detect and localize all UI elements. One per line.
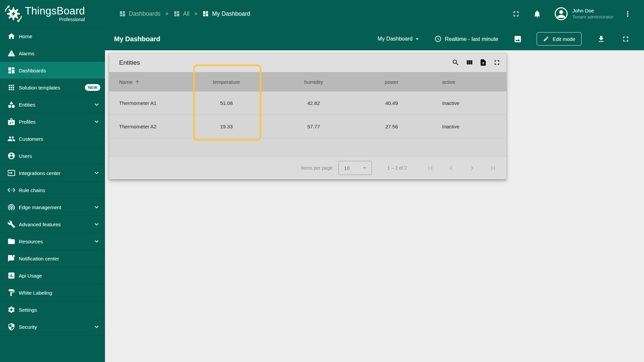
sidebar-item-profiles[interactable]: Profiles — [0, 113, 105, 130]
format-paint-icon — [7, 289, 15, 297]
sidebar-item-users[interactable]: Users — [0, 147, 105, 164]
sidebar-item-resources[interactable]: Resources — [0, 233, 105, 250]
dashboard-icon — [7, 66, 15, 74]
sidebar-item-white-labeling[interactable]: White Labeling — [0, 284, 105, 301]
page-range-label: 1 – 2 of 2 — [387, 165, 407, 171]
expand-button[interactable] — [622, 35, 630, 43]
timewindow-button[interactable]: Realtime - last minute — [434, 35, 498, 43]
search-icon — [452, 59, 460, 66]
chevron-down-icon — [93, 323, 100, 330]
sidebar-item-solution-templates[interactable]: Solution templatesNEW — [0, 79, 105, 96]
breadcrumb-label: All — [183, 10, 190, 17]
breadcrumb-item-my-dashboard[interactable]: My Dashboard — [202, 10, 250, 17]
widget-title: Entities — [119, 59, 140, 66]
table-row[interactable]: Thermometer A1 51.08 42.82 40.49 Inactiv… — [109, 92, 506, 115]
sidebar-item-customers[interactable]: Customers — [0, 130, 105, 147]
sidebar-item-label: Resources — [19, 239, 93, 244]
header-actions: John Doe Tenant administrator — [512, 7, 632, 21]
sidebar-item-security[interactable]: Security — [0, 318, 105, 335]
sidebar-item-api-usage[interactable]: Api Usage — [0, 267, 105, 284]
sidebar-item-advanced-features[interactable]: Advanced features — [0, 216, 105, 233]
sidebar-item-rule-chains[interactable]: Rule chains — [0, 181, 105, 198]
chevron-down-icon — [93, 238, 100, 245]
user-avatar[interactable] — [554, 7, 568, 21]
column-header-humidity[interactable]: humidity — [265, 79, 362, 85]
bell-icon — [533, 10, 541, 18]
sidebar-item-dashboards[interactable]: Dashboards — [0, 62, 105, 79]
sidebar-item-alarms[interactable]: Alarms — [0, 45, 105, 62]
sidebar-item-label: Notification center — [19, 256, 100, 261]
group-icon — [7, 135, 15, 143]
notifications-button[interactable] — [533, 10, 541, 18]
sidebar-item-home[interactable]: Home — [0, 27, 105, 45]
dashboard-image-button[interactable] — [514, 35, 522, 43]
brand-edition: Professional — [59, 17, 85, 22]
column-header-temperature[interactable]: temperature — [188, 79, 265, 85]
sidebar-nav: HomeAlarmsDashboardsSolution templatesNE… — [0, 27, 105, 335]
input-icon — [7, 169, 15, 177]
table-header-row: Name temperature humidity power active — [109, 72, 506, 92]
chevron-down-icon — [93, 101, 100, 108]
user-info[interactable]: John Doe Tenant administrator — [573, 7, 613, 20]
widget-columns-button[interactable] — [466, 59, 473, 66]
sidebar-item-label: Dashboards — [19, 68, 100, 73]
sidebar-item-label: Integrations center — [19, 170, 93, 176]
column-header-name[interactable]: Name — [109, 79, 188, 85]
sidebar-item-entities[interactable]: Entities — [0, 96, 105, 113]
widget-search-button[interactable] — [452, 59, 460, 66]
breadcrumb-item-dashboards[interactable]: Dashboards — [119, 10, 160, 17]
widget-export-button[interactable] — [479, 59, 487, 66]
dashboard-content: Entities Name temperature humidity power… — [105, 50, 644, 362]
fullscreen-icon — [493, 59, 501, 66]
sidebar-item-label: Entities — [19, 102, 93, 108]
pager-chevron-left-button[interactable] — [447, 164, 455, 172]
chevron-down-icon — [93, 169, 100, 177]
file-export-icon — [479, 59, 487, 66]
column-header-active[interactable]: active — [421, 79, 506, 85]
sidebar-item-label: Settings — [19, 307, 100, 313]
download-icon — [597, 35, 605, 43]
wifi-tethering-icon — [7, 203, 15, 211]
chat-unread-icon — [7, 254, 15, 262]
settings-icon — [7, 306, 15, 314]
sidebar-item-settings[interactable]: Settings — [0, 301, 105, 318]
sidebar-item-label: Customers — [19, 136, 100, 142]
sidebar-item-label: Rule chains — [19, 187, 100, 193]
items-per-page-select[interactable]: 10 — [338, 161, 372, 175]
sidebar-item-label: Profiles — [19, 119, 93, 125]
column-header-power[interactable]: power — [362, 79, 421, 85]
sidebar-item-label: White Labeling — [19, 290, 100, 296]
pager-first-page-button[interactable] — [426, 164, 435, 172]
breadcrumb-label: My Dashboard — [212, 10, 250, 17]
cell-name: Thermometer A2 — [109, 124, 188, 129]
chevron-down-icon — [93, 118, 100, 125]
dashboard-select[interactable]: My Dashboard — [378, 35, 421, 43]
pager-chevron-right-button[interactable] — [468, 164, 476, 172]
download-button[interactable] — [597, 35, 605, 43]
cell-active: Inactive — [421, 124, 506, 129]
cell-humidity: 57.77 — [265, 124, 362, 129]
assessment-icon — [7, 272, 15, 280]
more-menu-button[interactable] — [624, 10, 632, 18]
edit-mode-button[interactable]: Edit mode — [537, 32, 582, 46]
more-vert-icon — [624, 10, 632, 18]
brand-text: ThingsBoard Professional — [25, 6, 85, 22]
pager-last-page-button[interactable] — [489, 164, 497, 172]
widget-fullscreen-button[interactable] — [493, 59, 501, 66]
sidebar-item-edge-management[interactable]: Edge management — [0, 198, 105, 216]
brand-logo[interactable]: ThingsBoard Professional — [0, 0, 105, 27]
account-circle-icon — [7, 152, 15, 160]
widget-header: Entities — [109, 53, 506, 72]
breadcrumb-label: Dashboards — [129, 10, 160, 17]
sidebar-item-notification-center[interactable]: Notification center — [0, 250, 105, 267]
cell-active: Inactive — [421, 100, 506, 106]
sidebar-item-integrations-center[interactable]: Integrations center — [0, 164, 105, 181]
dashboard-icon — [119, 10, 126, 17]
chevron-left-icon — [447, 164, 455, 172]
breadcrumb-item-all[interactable]: All — [173, 10, 190, 17]
fullscreen-button[interactable] — [512, 10, 520, 18]
cell-temperature: 19.33 — [188, 124, 265, 129]
items-per-page-value: 10 — [344, 165, 350, 171]
warning-icon — [7, 49, 15, 57]
table-row[interactable]: Thermometer A2 19.33 57.77 27.56 Inactiv… — [109, 115, 506, 138]
